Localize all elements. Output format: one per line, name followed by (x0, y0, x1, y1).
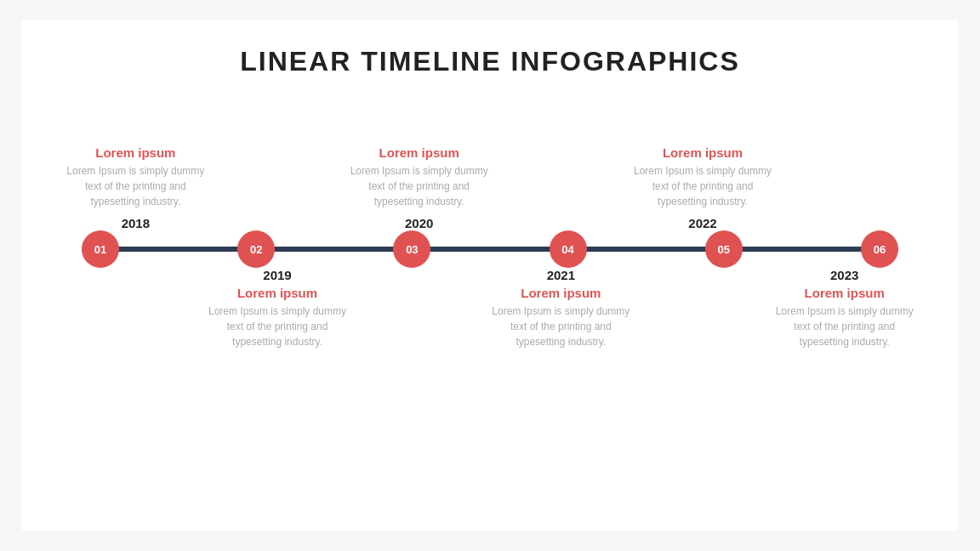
node-05: 05 (705, 230, 743, 268)
item-year-01: 2018 (122, 216, 150, 230)
item-text-01: Lorem Ipsum is simply dummy text of the … (65, 163, 207, 209)
lower-section: 2019 Lorem ipsum Lorem Ipsum is simply d… (56, 268, 924, 400)
bottom-item-04: 2021 Lorem ipsum Lorem Ipsum is simply d… (490, 268, 632, 349)
line-section: 01 02 03 04 05 06 (56, 230, 924, 268)
item-title-01: Lorem ipsum (95, 145, 175, 160)
item-text-03: Lorem Ipsum is simply dummy text of the … (348, 163, 490, 209)
item-year-05: 2022 (688, 216, 716, 230)
item-text-02: Lorem Ipsum is simply dummy text of the … (207, 304, 349, 349)
item-text-05: Lorem Ipsum is simply dummy text of the … (632, 163, 774, 209)
item-year-02: 2019 (263, 268, 291, 282)
slide: LINEAR TIMELINE INFOGRAPHICS Lorem ipsum… (22, 20, 958, 531)
item-title-02: Lorem ipsum (237, 286, 317, 300)
item-title-03: Lorem ipsum (379, 145, 459, 160)
bottom-item-02: 2019 Lorem ipsum Lorem Ipsum is simply d… (207, 268, 349, 349)
node-06: 06 (861, 230, 898, 268)
item-text-06: Lorem Ipsum is simply dummy text of the … (773, 304, 915, 349)
top-item-03: Lorem ipsum Lorem Ipsum is simply dummy … (348, 145, 490, 230)
item-title-06: Lorem ipsum (805, 286, 885, 300)
item-title-04: Lorem ipsum (521, 286, 601, 300)
node-02: 02 (237, 230, 275, 268)
timeline-wrapper: Lorem ipsum Lorem Ipsum is simply dummy … (56, 111, 924, 400)
item-year-04: 2021 (547, 268, 575, 282)
item-year-06: 2023 (830, 268, 858, 282)
top-item-05: Lorem ipsum Lorem Ipsum is simply dummy … (632, 145, 774, 230)
node-04: 04 (550, 230, 587, 268)
node-03: 03 (393, 230, 430, 268)
slide-title: LINEAR TIMELINE INFOGRAPHICS (240, 46, 740, 77)
item-text-04: Lorem Ipsum is simply dummy text of the … (490, 304, 632, 349)
upper-section: Lorem ipsum Lorem Ipsum is simply dummy … (56, 111, 924, 230)
timeline-line (82, 247, 898, 252)
top-item-01: Lorem ipsum Lorem Ipsum is simply dummy … (65, 145, 207, 230)
node-01: 01 (82, 230, 119, 268)
item-year-03: 2020 (405, 216, 433, 230)
item-title-05: Lorem ipsum (663, 145, 743, 160)
bottom-item-06: 2023 Lorem ipsum Lorem Ipsum is simply d… (773, 268, 915, 349)
